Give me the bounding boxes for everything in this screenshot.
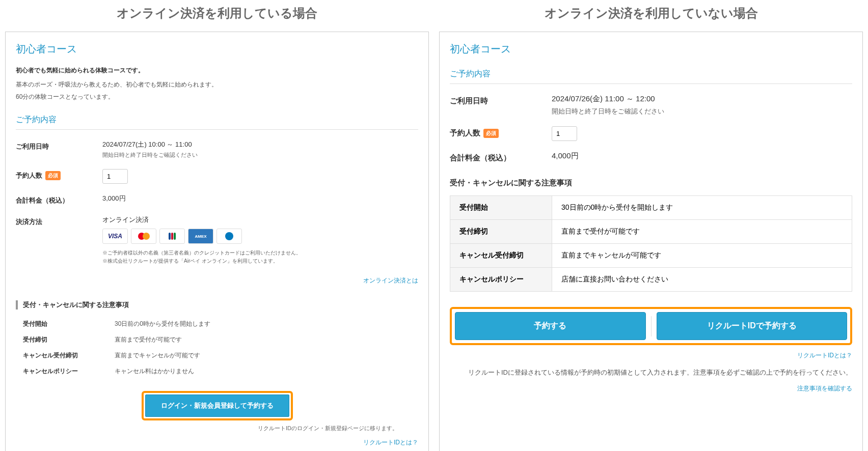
course-desc-1: 基本のポーズ・呼吸法から教えるため、初心者でも気軽に始められます。 [16,80,418,90]
payment-row: 決済方法 オンライン決済 VISA AMEX ※ご予約者様以 [16,215,418,265]
recruit-id-info-link[interactable]: リクルートIDとは？ [363,439,418,446]
footer-note: リクルートIDに登録されている情報が予約時の初期値として入力されます。注意事項を… [450,368,852,378]
notes-title: 受付・キャンセルに関する注意事項 [450,178,852,188]
reservation-section-title: ご予約内容 [450,69,852,84]
datetime-note: 開始日時と終了日時をご確認ください [552,107,852,116]
course-desc-2: 60分の体験コースとなっています。 [16,92,418,102]
table-row: 受付締切 直前まで受付が可能です [450,220,852,244]
datetime-label: ご利用日時 [450,94,552,106]
notes-title: 受付・キャンセルに関する注意事項 [16,300,418,309]
right-panel: 初心者コース ご予約内容 ご利用日時 2024/07/26(金) 11:00 ～… [439,32,863,451]
qty-label: 予約人数 必須 [16,169,102,180]
qty-input[interactable] [552,126,577,141]
highlight-box: ログイン・新規会員登録して予約する [142,391,293,420]
notes-row: キャンセルポリシー キャンセル料はかかりません [16,367,418,376]
total-label: 合計料金（税込） [450,151,552,163]
total-value: 4,000円 [552,151,852,161]
payment-label: 決済方法 [16,215,102,227]
mastercard-icon [131,229,156,244]
notes-row: 受付開始 30日前の0時から受付を開始します [16,320,418,328]
confirm-notes-link[interactable]: 注意事項を確認する [797,385,852,392]
total-label: 合計料金（税込） [16,194,102,205]
qty-label: 予約人数 必須 [450,126,552,138]
datetime-value: 2024/07/26(金) 11:00 ～ 12:00 開始日時と終了日時をご確… [552,94,852,116]
reserve-button[interactable]: 予約する [455,312,646,340]
recruit-id-info-link[interactable]: リクルートIDとは？ [797,352,852,359]
total-row: 合計料金（税込） 3,000円 [16,194,418,205]
required-badge: 必須 [45,171,61,180]
qty-input[interactable] [102,169,128,184]
table-row: キャンセルポリシー 店舗に直接お問い合わせください [450,268,852,292]
payment-value: オンライン決済 [102,215,418,224]
table-row: キャンセル受付締切 直前までキャンセルが可能です [450,244,852,268]
highlight-box: 予約する リクルートIDで予約する [450,307,852,345]
datetime-row: ご利用日時 2024/07/26(金) 11:00 ～ 12:00 開始日時と終… [450,94,852,116]
left-panel: 初心者コース 初心者でも気軽に始められる体験コースです。 基本のポーズ・呼吸法か… [5,32,429,451]
total-value: 3,000円 [102,194,418,203]
required-badge: 必須 [483,129,499,138]
payment-note-1: ※ご予約者様以外の名義（第三者名義）のクレジットカードはご利用いただけません。 [102,249,418,257]
datetime-row: ご利用日時 2024/07/27(土) 10:00 ～ 11:00 開始日時と終… [16,140,418,159]
button-area: 予約する リクルートIDで予約する リクルートIDとは？ リクルートIDに登録さ… [450,307,852,393]
right-column-title: オンライン決済を利用していない場合 [439,5,863,21]
left-column-title: オンライン決済を利用している場合 [5,5,429,21]
reservation-section-title: ご予約内容 [16,115,418,130]
notes-table: 受付開始 30日前の0時から受付を開始します 受付締切 直前まで受付が可能です … [450,195,852,292]
datetime-note: 開始日時と終了日時をご確認ください [102,151,418,159]
table-row: 受付開始 30日前の0時から受付を開始します [450,196,852,220]
card-logos: VISA AMEX [102,229,418,244]
jcb-icon [159,229,185,244]
right-column: オンライン決済を利用していない場合 初心者コース ご予約内容 ご利用日時 202… [439,5,863,451]
visa-icon: VISA [102,229,128,244]
left-column: オンライン決済を利用している場合 初心者コース 初心者でも気軽に始められる体験コ… [5,5,429,451]
reserve-recruit-id-button[interactable]: リクルートIDで予約する [657,312,848,340]
qty-row: 予約人数 必須 [450,126,852,141]
amex-icon: AMEX [188,229,213,244]
diners-icon [216,229,242,244]
datetime-value: 2024/07/27(土) 10:00 ～ 11:00 開始日時と終了日時をご確… [102,140,418,159]
button-note: リクルートIDのログイン・新規登録ページに移ります。 [16,425,418,432]
total-row: 合計料金（税込） 4,000円 [450,151,852,163]
notes-row: 受付締切 直前まで受付が可能です [16,335,418,344]
button-area: ログイン・新規会員登録して予約する リクルートIDのログイン・新規登録ページに移… [16,391,418,447]
course-title: 初心者コース [450,42,852,56]
notes-row: キャンセル受付締切 直前までキャンセルが可能です [16,351,418,360]
login-register-reserve-button[interactable]: ログイン・新規会員登録して予約する [145,394,289,417]
course-desc-bold: 初心者でも気軽に始められる体験コースです。 [16,66,418,75]
divider [651,316,652,336]
datetime-label: ご利用日時 [16,140,102,151]
qty-row: 予約人数 必須 [16,169,418,184]
course-title: 初心者コース [16,42,418,56]
online-payment-info-link[interactable]: オンライン決済とは [363,277,418,284]
payment-note-2: ※株式会社リクルートが提供する「Airペイ オンライン」を利用しています。 [102,257,418,265]
